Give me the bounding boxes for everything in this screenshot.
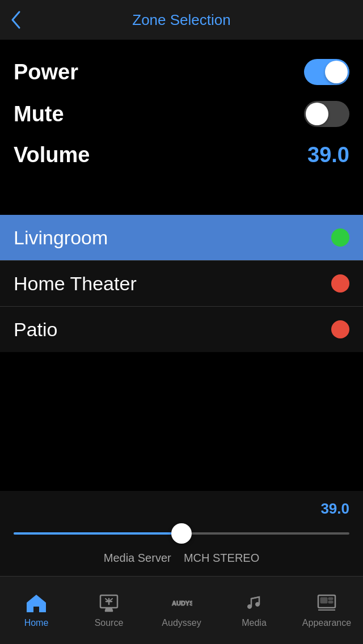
tab-appearance-label: Appearance [302, 618, 351, 628]
zone-status-hometheater [331, 274, 349, 293]
tab-source[interactable]: Source [73, 577, 145, 644]
header: Zone Selection [0, 0, 363, 40]
svg-rect-6 [328, 598, 333, 600]
power-label: Power [14, 60, 78, 84]
volume-bar-value: 39.0 [14, 500, 349, 518]
volume-value: 39.0 [307, 143, 349, 167]
page-title: Zone Selection [132, 11, 230, 29]
back-button[interactable] [9, 10, 23, 30]
power-toggle[interactable] [304, 59, 349, 85]
audyssey-icon: AUDYSSEY [171, 593, 192, 615]
mute-toggle-knob [306, 103, 328, 125]
spacer [0, 187, 363, 209]
tab-appearance[interactable]: Appearance [290, 577, 363, 644]
tab-media-label: Media [242, 618, 267, 628]
volume-row: Volume 39.0 [14, 135, 349, 175]
zone-status-patio [331, 320, 349, 338]
zone-name-livingroom: Livingroom [14, 227, 108, 249]
svg-rect-5 [320, 598, 327, 603]
tab-home[interactable]: Home [0, 577, 73, 644]
source-icon [98, 593, 120, 615]
zone-item-hometheater[interactable]: Home Theater [0, 261, 363, 306]
tab-source-label: Source [95, 618, 124, 628]
mute-toggle[interactable] [304, 101, 349, 127]
tab-home-label: Home [24, 618, 49, 628]
zone-item-patio[interactable]: Patio [0, 307, 363, 352]
slider-fill [14, 532, 178, 535]
svg-point-2 [248, 604, 252, 608]
source-label: Media Server [104, 552, 171, 564]
zone-status-livingroom [331, 228, 349, 247]
controls-section: Power Mute Volume 39.0 [0, 40, 363, 187]
svg-point-3 [256, 602, 260, 606]
tab-bar: Home Source AUDYSSEY Audyssey [0, 576, 363, 644]
volume-slider-container[interactable] [14, 522, 349, 545]
mute-label: Mute [14, 102, 64, 126]
zone-name-hometheater: Home Theater [14, 273, 137, 295]
source-info: Media Server MCH STEREO [14, 552, 349, 565]
power-toggle-knob [325, 61, 348, 83]
source-mode: MCH STEREO [184, 552, 259, 564]
volume-section: 39.0 Media Server MCH STEREO [0, 491, 363, 576]
volume-label: Volume [14, 143, 90, 167]
appearance-icon [316, 593, 337, 615]
zone-list: Livingroom Home Theater Patio [0, 215, 363, 352]
svg-rect-7 [328, 601, 333, 603]
home-icon [26, 593, 47, 615]
zone-name-patio: Patio [14, 319, 58, 341]
svg-text:AUDYSSEY: AUDYSSEY [172, 600, 192, 607]
media-icon [243, 593, 265, 615]
mute-row: Mute [14, 93, 349, 135]
zone-item-livingroom[interactable]: Livingroom [0, 215, 363, 260]
slider-thumb[interactable] [171, 523, 192, 544]
power-row: Power [14, 51, 349, 93]
tab-audyssey-label: Audyssey [162, 618, 201, 628]
tab-media[interactable]: Media [218, 577, 290, 644]
tab-audyssey[interactable]: AUDYSSEY Audyssey [145, 577, 218, 644]
